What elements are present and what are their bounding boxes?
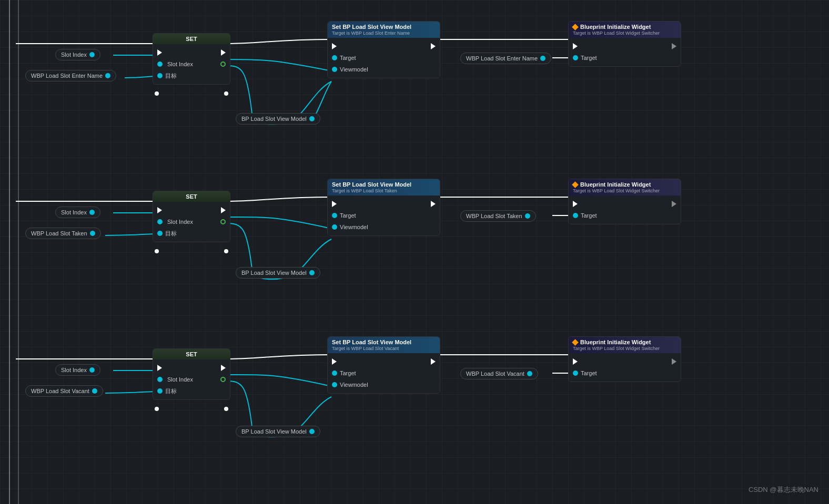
- set-r3-target-in: [157, 388, 163, 394]
- func-r3-body: Target Viewmodel: [328, 353, 440, 393]
- bp-init-node-r3: Blueprint Initialize Widget Target is WB…: [568, 336, 681, 382]
- wbp-taken-label-r2: WBP Load Slot Taken: [31, 230, 87, 236]
- set-r1-exec-row: [153, 47, 230, 58]
- set-title-r1: SET: [186, 36, 197, 42]
- set-r2-exec-out: [221, 207, 226, 213]
- bp-init-r3-header: Blueprint Initialize Widget Target is WB…: [569, 337, 681, 353]
- bp-load-label-r1: BP Load Slot View Model: [241, 116, 307, 122]
- set-r3-exec-out: [221, 365, 226, 371]
- set-r1-slotindex-row: Slot Index: [153, 58, 230, 70]
- func-r3-exec-out: [431, 358, 436, 365]
- bp-init-r2-header: Blueprint Initialize Widget Target is WB…: [569, 179, 681, 196]
- set-r1-target-in: [157, 73, 163, 78]
- svg-point-4: [155, 249, 159, 253]
- bp-init-r1-target-in: [573, 55, 578, 60]
- func-r3-title: Set BP Load Slot View Model: [332, 339, 411, 345]
- bp-init-r3-exec-out: [672, 358, 676, 365]
- wbp-enter-name-out-pin-r1: [540, 56, 545, 61]
- diamond-icon-r2: [572, 181, 579, 188]
- slot-index-pin-r3: [89, 367, 95, 373]
- func-r1-exec-in: [332, 43, 337, 49]
- wbp-vacant-pin-r3: [92, 388, 97, 394]
- slot-index-label-r1: Slot Index: [61, 52, 87, 58]
- bp-init-node-r1: Blueprint Initialize Widget Target is WB…: [568, 21, 681, 67]
- bp-init-r2-title: Blueprint Initialize Widget: [580, 181, 651, 188]
- diamond-icon-r3: [572, 339, 579, 346]
- func-r2-exec-in: [332, 201, 337, 207]
- set-r2-slotindex-out: [220, 219, 226, 224]
- func-r1-exec-row: [328, 40, 440, 52]
- wbp-vacant-out-label-r3: WBP Load Slot Vacant: [466, 371, 524, 377]
- bp-init-r1-exec-row: [569, 40, 681, 52]
- func-r2-title: Set BP Load Slot View Model: [332, 181, 411, 188]
- func-r2-subtitle: Target is WBP Load Slot Taken: [332, 188, 436, 193]
- func-r3-viewmodel-row: Viewmodel: [328, 379, 440, 390]
- set-r1-slotindex-in: [157, 61, 163, 67]
- func-r2-target-in: [332, 213, 337, 218]
- func-r2-exec-out: [431, 201, 436, 207]
- slot-index-node-r3: Slot Index: [55, 364, 100, 376]
- func-r3-header: Set BP Load Slot View Model Target is WB…: [328, 337, 440, 353]
- func-r1-subtitle: Target is WBP Load Slot Enter Name: [332, 30, 436, 36]
- func-r1-viewmodel-in: [332, 67, 337, 72]
- svg-point-2: [155, 91, 159, 96]
- slot-index-node-r1: Slot Index: [55, 49, 100, 60]
- bp-init-r1-header: Blueprint Initialize Widget Target is WB…: [569, 22, 681, 38]
- func-r2-exec-row: [328, 198, 440, 210]
- func-r1-header: Set BP Load Slot View Model Target is WB…: [328, 22, 440, 38]
- bp-init-r1-title: Blueprint Initialize Widget: [580, 24, 651, 30]
- wbp-enter-name-out-r1: WBP Load Slot Enter Name: [460, 53, 551, 64]
- set-r3-exec-row: [153, 362, 230, 374]
- set-node-r2: SET Slot Index 目标: [153, 191, 230, 242]
- bp-init-r1-exec-in: [573, 43, 578, 49]
- bp-init-r1-exec-out: [672, 43, 676, 49]
- func-node-r1: Set BP Load Slot View Model Target is WB…: [327, 21, 440, 78]
- wbp-enter-name-pin-r1: [105, 73, 110, 78]
- func-r3-exec-row: [328, 356, 440, 367]
- svg-point-5: [224, 249, 228, 253]
- set-node-r2-header: SET: [153, 191, 230, 202]
- bp-init-r3-target-row: Target: [569, 367, 681, 379]
- func-r1-body: Target Viewmodel: [328, 38, 440, 78]
- bp-load-pin-r3: [309, 429, 315, 434]
- set-r3-exec-in: [157, 365, 162, 371]
- bp-load-label-r2: BP Load Slot View Model: [241, 270, 307, 276]
- set-node-r2-body: Slot Index 目标: [153, 202, 230, 242]
- bp-init-r3-subtitle: Target is WBP Load Slot Widget Switcher: [573, 346, 676, 351]
- func-r1-viewmodel-row: Viewmodel: [328, 64, 440, 75]
- wbp-taken-out-pin-r2: [525, 213, 530, 219]
- wbp-vacant-out-r3: WBP Load Slot Vacant: [460, 368, 538, 379]
- bp-init-r1-body: Target: [569, 38, 681, 66]
- wbp-vacant-out-pin-r3: [527, 371, 532, 376]
- set-title-r2: SET: [186, 193, 197, 200]
- bp-load-label-r3: BP Load Slot View Model: [241, 428, 307, 435]
- func-r2-viewmodel-row: Viewmodel: [328, 221, 440, 233]
- wbp-enter-name-out-label-r1: WBP Load Slot Enter Name: [466, 55, 538, 61]
- set-r1-exec-out: [221, 49, 226, 56]
- func-r2-body: Target Viewmodel: [328, 196, 440, 235]
- slot-index-pin-r2: [89, 210, 95, 215]
- bp-init-r2-target-row: Target: [569, 210, 681, 221]
- bp-init-r3-title: Blueprint Initialize Widget: [580, 339, 651, 345]
- slot-index-label-r3: Slot Index: [61, 367, 87, 373]
- func-r2-viewmodel-in: [332, 224, 337, 230]
- svg-point-3: [224, 91, 228, 96]
- func-r1-title: Set BP Load Slot View Model: [332, 24, 411, 30]
- svg-point-6: [155, 407, 159, 411]
- func-r1-exec-out: [431, 43, 436, 49]
- bp-init-r3-exec-in: [573, 358, 578, 365]
- set-r1-slotindex-out: [220, 61, 226, 67]
- set-node-r1-body: Slot Index 目标: [153, 44, 230, 84]
- set-node-r3-header: SET: [153, 349, 230, 359]
- set-r3-slotindex-row: Slot Index: [153, 374, 230, 385]
- bp-init-r1-subtitle: Target is WBP Load Slot Widget Switcher: [573, 30, 676, 36]
- bp-init-node-r2: Blueprint Initialize Widget Target is WB…: [568, 179, 681, 224]
- bp-init-r2-exec-row: [569, 198, 681, 210]
- set-node-r3-body: Slot Index 目标: [153, 359, 230, 399]
- wbp-vacant-label-r3: WBP Load Slot Vacant: [31, 388, 89, 394]
- slot-index-label-r2: Slot Index: [61, 209, 87, 215]
- bp-load-node-r3: BP Load Slot View Model: [236, 426, 320, 437]
- wbp-vacant-node-r3: WBP Load Slot Vacant: [25, 385, 103, 397]
- bp-init-r3-exec-row: [569, 356, 681, 367]
- set-r2-exec-row: [153, 204, 230, 216]
